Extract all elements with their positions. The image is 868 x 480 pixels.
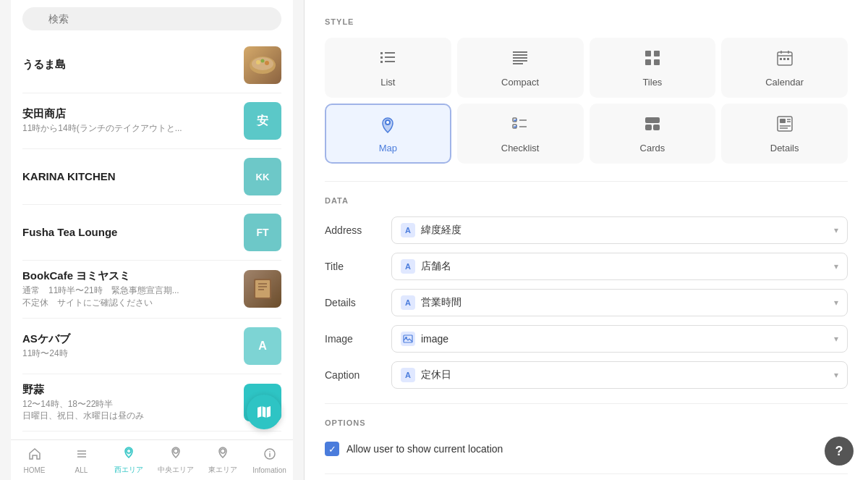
list-item-avatar: 安	[244, 102, 281, 140]
style-option-tiles[interactable]: Tiles	[590, 38, 716, 98]
compact-style-icon	[510, 48, 530, 72]
chevron-down-icon: ▾	[834, 370, 838, 380]
search-input[interactable]	[22, 7, 281, 30]
list-style-icon	[378, 48, 398, 72]
data-select-text-details: 営業時間	[421, 296, 828, 309]
list-item-content: 安田商店 11時から14時(ランチのテイクアウトと...	[22, 107, 235, 135]
svg-rect-42	[780, 58, 782, 60]
options-section: OPTIONS ✓ Allow user to show current loc…	[325, 418, 848, 459]
list-item-avatar	[244, 270, 281, 308]
svg-rect-24	[385, 52, 395, 54]
data-select-text-address: 緯度経度	[421, 224, 828, 237]
style-option-compact[interactable]: Compact	[457, 38, 584, 98]
data-select-text-image: image	[421, 333, 828, 345]
search-wrap: 🔍	[22, 7, 281, 30]
svg-rect-25	[380, 56, 383, 59]
list-item-title: 野蒜	[22, 383, 235, 397]
allow-location-label: Allow user to show current location	[346, 443, 503, 455]
svg-rect-32	[513, 60, 527, 62]
help-button[interactable]: ?	[825, 437, 854, 466]
svg-rect-34	[645, 51, 651, 56]
list-item-detail: 12〜14時、18〜22時半	[22, 398, 235, 410]
data-select-text-title: 店舗名	[421, 260, 828, 273]
nav-item-central[interactable]: 中央エリア	[152, 441, 199, 479]
nav-item-home[interactable]: HOME	[11, 442, 58, 479]
svg-rect-28	[385, 61, 395, 62]
list-item-avatar: FT	[244, 214, 281, 251]
data-select-details[interactable]: A 営業時間 ▾	[391, 289, 848, 316]
nav-item-all[interactable]: ALL	[58, 442, 105, 479]
mobile-frame: 🔍 うるま島	[11, 0, 293, 480]
list-item[interactable]: Fusha Tea Lounge FT	[22, 205, 281, 261]
location-icon	[122, 445, 136, 463]
style-option-label-list: List	[380, 77, 395, 88]
list-item-detail2: 日曜日、祝日、水曜日は昼のみ	[22, 410, 235, 422]
allow-location-row: ✓ Allow user to show current location	[325, 439, 848, 459]
list-item-content: ASケバブ 11時〜24時	[22, 332, 235, 360]
nav-item-west[interactable]: 西エリア	[105, 441, 152, 479]
data-label-title: Title	[325, 261, 383, 272]
right-panel: STYLE List	[304, 0, 868, 480]
list-item[interactable]: KARINA KITCHEN KK	[22, 149, 281, 205]
list-item-content: BookCafe ヨミヤスミ 通常 11時半〜21時 緊急事態宣言期... 不定…	[22, 269, 235, 309]
style-option-cards[interactable]: Cards	[590, 104, 716, 164]
svg-rect-36	[645, 59, 651, 65]
list-item[interactable]: ASケバブ 11時〜24時 A	[22, 319, 281, 374]
list-item[interactable]: 安田商店 11時から14時(ランチのテイクアウトと... 安	[22, 93, 281, 149]
home-icon	[27, 447, 42, 465]
allow-location-checkbox[interactable]: ✓	[325, 442, 339, 456]
tiles-style-icon	[642, 48, 663, 72]
style-option-label-details: Details	[770, 143, 799, 153]
svg-rect-51	[645, 117, 660, 123]
style-option-checklist[interactable]: Checklist	[457, 104, 584, 164]
divider-1	[325, 181, 848, 182]
svg-point-4	[265, 61, 269, 65]
list-item-detail: 通常 11時半〜21時 緊急事態宣言期...	[22, 285, 235, 297]
svg-point-19	[221, 449, 225, 453]
list-item[interactable]: BookCafe ヨミヤスミ 通常 11時半〜21時 緊急事態宣言期... 不定…	[22, 261, 281, 319]
nav-item-info[interactable]: Infomation	[246, 442, 293, 479]
style-option-label-checklist: Checklist	[501, 143, 540, 153]
svg-rect-37	[654, 59, 660, 65]
nav-label-home: HOME	[24, 466, 46, 474]
list-item-title: うるま島	[22, 58, 235, 72]
svg-rect-33	[513, 63, 523, 64]
list-item-content: Fusha Tea Lounge	[22, 226, 235, 240]
svg-point-3	[261, 59, 265, 63]
data-select-address[interactable]: A 緯度経度 ▾	[391, 216, 848, 244]
svg-rect-44	[787, 58, 789, 60]
style-option-label-map: Map	[379, 143, 397, 153]
data-select-caption[interactable]: A 定休日 ▾	[391, 361, 848, 389]
nav-item-east[interactable]: 東エリア	[199, 441, 246, 479]
svg-point-22	[269, 451, 271, 452]
data-select-icon-address: A	[401, 223, 415, 237]
style-option-list[interactable]: List	[325, 38, 451, 98]
style-option-label-compact: Compact	[501, 77, 539, 88]
svg-rect-30	[513, 54, 527, 56]
style-option-details[interactable]: Details	[721, 104, 848, 164]
cards-style-icon	[642, 114, 663, 138]
data-select-icon-image	[401, 332, 415, 346]
options-section-title: OPTIONS	[325, 418, 848, 427]
map-style-icon	[378, 114, 398, 138]
style-option-calendar[interactable]: Calendar	[721, 38, 848, 98]
data-label-caption: Caption	[325, 369, 383, 381]
list-item[interactable]: うるま島	[22, 38, 281, 93]
list-item-title: BookCafe ヨミヤスミ	[22, 269, 235, 283]
list-item-avatar: A	[244, 327, 281, 365]
data-select-icon-title: A	[401, 259, 415, 274]
data-select-icon-details: A	[401, 295, 415, 310]
data-select-title[interactable]: A 店舗名 ▾	[391, 253, 848, 280]
list-item-detail2: 不定休 サイトにご確認ください	[22, 297, 235, 309]
data-row-image: Image image ▾	[325, 325, 848, 353]
style-option-map[interactable]: Map	[325, 104, 451, 164]
list-item[interactable]: 野蒜 12〜14時、18〜22時半 日曜日、祝日、水曜日は昼のみ	[22, 374, 281, 432]
list-item-avatar	[244, 46, 281, 84]
list-item-title: Fusha Tea Lounge	[22, 226, 235, 238]
data-select-image[interactable]: image ▾	[391, 325, 848, 353]
nav-label-all: ALL	[75, 466, 88, 474]
map-fab-button[interactable]	[247, 395, 281, 429]
svg-rect-52	[645, 125, 652, 130]
data-row-caption: Caption A 定休日 ▾	[325, 361, 848, 389]
svg-rect-43	[783, 58, 786, 60]
